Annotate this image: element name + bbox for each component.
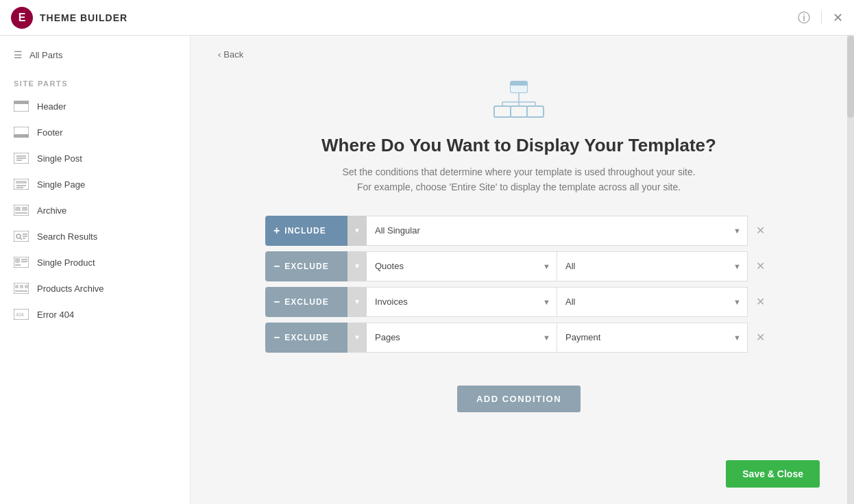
content-with-scroll: ‹ Back bbox=[191, 36, 854, 504]
condition-value2-wrapper-2: All Payment ▼ bbox=[557, 287, 748, 317]
svg-point-17 bbox=[16, 234, 21, 238]
topbar: E THEME BUILDER ⓘ ✕ bbox=[0, 0, 854, 36]
error-404-icon: 404 bbox=[14, 308, 29, 320]
chevron-down-icon: ▼ bbox=[354, 227, 361, 234]
chevron-down-icon: ▼ bbox=[354, 298, 361, 305]
condition-type-dropdown-2[interactable]: ▼ bbox=[347, 287, 367, 317]
svg-rect-37 bbox=[527, 106, 544, 117]
plus-icon: + bbox=[273, 225, 280, 237]
elementor-logo: E bbox=[11, 7, 33, 29]
condition-row-1: − EXCLUDE ▼ Quotes Pages Invoices bbox=[265, 251, 772, 281]
condition-type-exclude-btn-1[interactable]: − EXCLUDE bbox=[265, 251, 347, 281]
search-results-icon bbox=[14, 230, 29, 242]
content-area: ‹ Back bbox=[191, 36, 847, 504]
condition-remove-btn-0[interactable]: ✕ bbox=[748, 216, 772, 246]
condition-remove-btn-2[interactable]: ✕ bbox=[748, 287, 772, 317]
svg-line-18 bbox=[21, 238, 23, 240]
condition-row-2: − EXCLUDE ▼ Invoices Quotes Pages bbox=[265, 287, 772, 317]
sidebar-item-single-post[interactable]: Single Post bbox=[0, 145, 190, 171]
scrollbar-track[interactable] bbox=[847, 36, 854, 504]
svg-rect-13 bbox=[15, 207, 21, 211]
sidebar-item-header[interactable]: Header bbox=[0, 93, 190, 119]
main-layout: ☰ All Parts SITE PARTS Header Footer Sin… bbox=[0, 36, 854, 504]
topbar-left: E THEME BUILDER bbox=[11, 7, 127, 29]
condition-row-3: − EXCLUDE ▼ Pages Quotes Invoices bbox=[265, 323, 772, 353]
sidebar-item-single-page[interactable]: Single Page bbox=[0, 171, 190, 197]
scrollbar-thumb[interactable] bbox=[847, 36, 854, 118]
sidebar: ☰ All Parts SITE PARTS Header Footer Sin… bbox=[0, 36, 191, 504]
back-button[interactable]: ‹ Back bbox=[218, 49, 243, 60]
svg-text:404: 404 bbox=[16, 312, 24, 317]
condition-type-dropdown-0[interactable]: ▼ bbox=[347, 216, 367, 246]
minus-icon: − bbox=[273, 296, 280, 308]
archive-icon bbox=[14, 204, 29, 216]
condition-value2-wrapper-1: All Payment ▼ bbox=[557, 251, 748, 281]
sidebar-item-footer[interactable]: Footer bbox=[0, 119, 190, 145]
close-icon[interactable]: ✕ bbox=[833, 10, 843, 25]
svg-rect-29 bbox=[20, 285, 23, 288]
page-subtitle: Set the conditions that determine where … bbox=[218, 164, 820, 195]
svg-rect-23 bbox=[15, 258, 20, 263]
content-inner: ‹ Back bbox=[191, 36, 847, 504]
minus-icon: − bbox=[273, 331, 280, 344]
site-parts-section-title: SITE PARTS bbox=[0, 68, 190, 93]
single-page-icon bbox=[14, 178, 29, 190]
header-icon bbox=[14, 100, 29, 112]
condition-value1-select-3[interactable]: Pages Quotes Invoices bbox=[367, 323, 557, 353]
minus-icon: − bbox=[273, 260, 280, 273]
conditions-container: + INCLUDE ▼ All Singular Entire Site Fro… bbox=[265, 216, 772, 353]
filter-icon: ☰ bbox=[14, 49, 23, 60]
condition-type-exclude-btn-2[interactable]: − EXCLUDE bbox=[265, 287, 347, 317]
chevron-down-icon: ▼ bbox=[354, 333, 361, 341]
single-product-icon bbox=[14, 256, 29, 268]
svg-rect-3 bbox=[14, 134, 29, 138]
condition-remove-btn-1[interactable]: ✕ bbox=[748, 251, 772, 281]
svg-rect-14 bbox=[22, 207, 27, 211]
topbar-divider bbox=[821, 11, 822, 25]
condition-value1-wrapper-3: Pages Quotes Invoices ▼ bbox=[367, 323, 557, 353]
svg-rect-9 bbox=[16, 181, 27, 184]
sidebar-item-error-404[interactable]: 404 Error 404 bbox=[0, 301, 190, 327]
condition-row-0: + INCLUDE ▼ All Singular Entire Site Fro… bbox=[265, 216, 772, 246]
svg-rect-44 bbox=[511, 81, 527, 86]
sidebar-item-single-product[interactable]: Single Product bbox=[0, 249, 190, 275]
condition-value2-select-1[interactable]: All Payment bbox=[557, 251, 748, 281]
sidebar-item-products-archive[interactable]: Products Archive bbox=[0, 275, 190, 301]
template-diagram bbox=[218, 80, 820, 121]
condition-remove-btn-3[interactable]: ✕ bbox=[748, 323, 772, 353]
chevron-down-icon: ▼ bbox=[354, 262, 361, 270]
condition-type-dropdown-3[interactable]: ▼ bbox=[347, 323, 367, 353]
info-icon[interactable]: ⓘ bbox=[798, 10, 810, 26]
condition-value1-select-1[interactable]: Quotes Pages Invoices bbox=[367, 251, 557, 281]
page-heading: Where Do You Want to Display Your Templa… bbox=[218, 135, 820, 156]
condition-type-exclude-btn-3[interactable]: − EXCLUDE bbox=[265, 323, 347, 353]
condition-type-dropdown-1[interactable]: ▼ bbox=[347, 251, 367, 281]
condition-value1-select-2[interactable]: Invoices Quotes Pages bbox=[367, 287, 557, 317]
condition-value1-select-0[interactable]: All Singular Entire Site Front Page bbox=[367, 216, 748, 246]
app-title: THEME BUILDER bbox=[40, 12, 127, 23]
svg-rect-36 bbox=[511, 106, 527, 117]
svg-rect-30 bbox=[25, 285, 28, 288]
save-close-button[interactable]: Save & Close bbox=[726, 460, 820, 488]
add-condition-button[interactable]: ADD CONDITION bbox=[457, 386, 581, 412]
condition-value1-wrapper-0: All Singular Entire Site Front Page ▼ bbox=[367, 216, 748, 246]
svg-rect-35 bbox=[494, 106, 511, 117]
condition-value2-select-3[interactable]: Payment All bbox=[557, 323, 748, 353]
products-archive-icon bbox=[14, 282, 29, 294]
condition-value1-wrapper-1: Quotes Pages Invoices ▼ bbox=[367, 251, 557, 281]
back-chevron-icon: ‹ bbox=[218, 49, 221, 60]
all-parts-link[interactable]: ☰ All Parts bbox=[0, 41, 190, 68]
svg-rect-28 bbox=[15, 285, 19, 288]
sidebar-item-archive[interactable]: Archive bbox=[0, 197, 190, 223]
topbar-actions: ⓘ ✕ bbox=[798, 10, 843, 26]
condition-type-include-btn[interactable]: + INCLUDE bbox=[265, 216, 347, 246]
condition-value2-wrapper-3: Payment All ▼ bbox=[557, 323, 748, 353]
footer-icon bbox=[14, 126, 29, 138]
svg-rect-1 bbox=[14, 101, 29, 104]
sidebar-item-search-results[interactable]: Search Results bbox=[0, 223, 190, 249]
condition-value1-wrapper-2: Invoices Quotes Pages ▼ bbox=[367, 287, 557, 317]
condition-value2-select-2[interactable]: All Payment bbox=[557, 287, 748, 317]
single-post-icon bbox=[14, 152, 29, 164]
